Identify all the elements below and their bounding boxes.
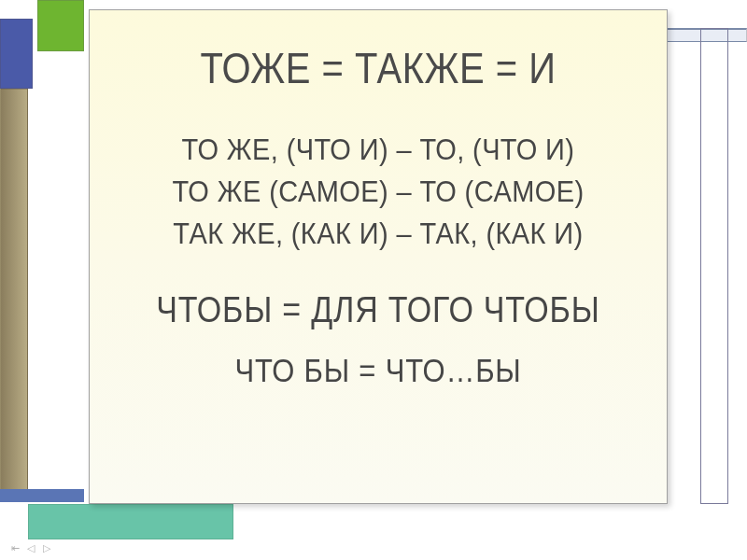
rule-line-1: ТО ЖЕ, (ЧТО И) – ТО, (ЧТО И): [173, 127, 585, 173]
decor-left-brown: [0, 89, 28, 490]
rule-line-3: ТАК ЖЕ, (КАК И) – ТАК, (КАК И): [173, 211, 585, 257]
prev-slide-icon[interactable]: ◁: [23, 540, 38, 555]
first-slide-icon[interactable]: ⇤: [7, 540, 22, 555]
navigation-controls: ⇤ ◁ ▷: [7, 540, 54, 555]
slide-title: ТОЖЕ = ТАКЖЕ = И: [200, 45, 556, 93]
decor-bottom-blue: [0, 489, 84, 502]
decor-blue-rect: [0, 19, 33, 89]
decor-right-frame: [700, 28, 728, 504]
bottom-rule: ЧТО БЫ = ЧТО…БЫ: [234, 353, 521, 390]
rules-block: ТО ЖЕ, (ЧТО И) – ТО, (ЧТО И) ТО ЖЕ (САМО…: [173, 129, 585, 255]
subtitle: ЧТОБЫ = ДЛЯ ТОГО ЧТОБЫ: [156, 289, 599, 330]
main-content-card: ТОЖЕ = ТАКЖЕ = И ТО ЖЕ, (ЧТО И) – ТО, (Ч…: [89, 9, 668, 504]
next-slide-icon[interactable]: ▷: [39, 540, 54, 555]
decor-green-square: [37, 0, 84, 51]
rule-line-2: ТО ЖЕ (САМОЕ) – ТО (САМОЕ): [173, 169, 585, 215]
decor-bottom-teal: [28, 504, 233, 539]
